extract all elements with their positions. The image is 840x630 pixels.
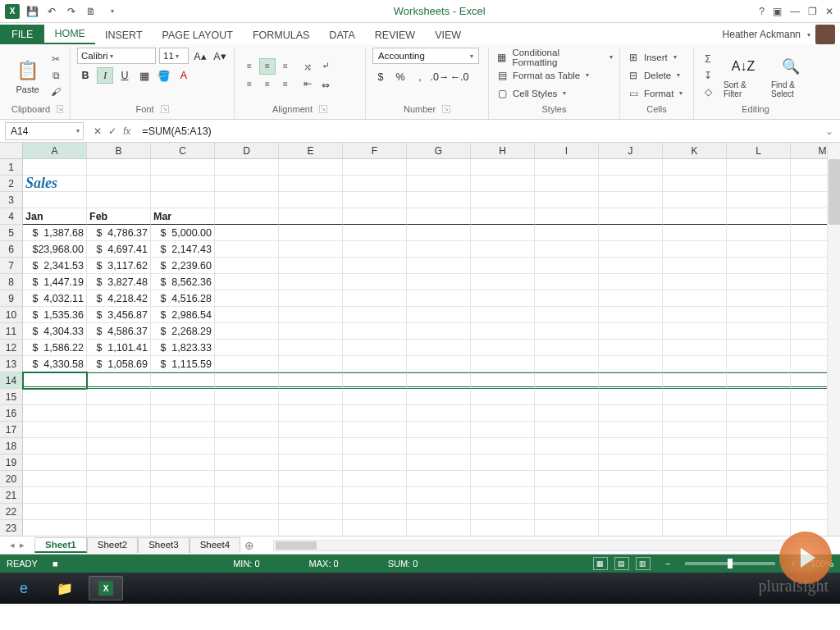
column-header[interactable]: C	[151, 143, 215, 159]
cell[interactable]	[279, 192, 343, 208]
cell[interactable]	[343, 307, 407, 323]
launcher-icon[interactable]: ↘	[319, 105, 327, 113]
close-icon[interactable]: ✕	[825, 6, 833, 17]
row-header[interactable]: 3	[0, 192, 23, 208]
cell[interactable]	[279, 290, 343, 307]
row-header[interactable]: 9	[0, 290, 23, 307]
cell[interactable]: $ 1,387.68	[23, 225, 87, 241]
row-header[interactable]: 15	[0, 389, 23, 405]
fill-icon[interactable]: ↧	[701, 69, 715, 82]
normal-view-icon[interactable]: ▦	[593, 557, 608, 570]
horizontal-scrollbar[interactable]	[273, 540, 825, 551]
cell[interactable]: $ 4,032.11	[23, 290, 87, 307]
cell[interactable]	[663, 274, 727, 290]
cell[interactable]	[343, 176, 407, 192]
cell[interactable]	[727, 290, 791, 307]
cell[interactable]	[599, 454, 663, 471]
cell[interactable]	[343, 438, 407, 454]
cell[interactable]	[343, 487, 407, 504]
wrap-text-button[interactable]: ⤶	[322, 57, 330, 74]
cell[interactable]	[215, 438, 279, 454]
cell[interactable]	[663, 225, 727, 241]
cell[interactable]	[599, 389, 663, 405]
format-painter-icon[interactable]: 🖌	[48, 85, 63, 98]
cell[interactable]	[151, 471, 215, 487]
select-all-triangle[interactable]	[0, 143, 23, 159]
cell[interactable]	[215, 192, 279, 208]
cell[interactable]	[727, 176, 791, 192]
row-header[interactable]: 10	[0, 307, 23, 323]
cell[interactable]	[151, 389, 215, 405]
cell[interactable]: $ 1,058.69	[87, 356, 151, 372]
cell[interactable]	[215, 340, 279, 356]
cell[interactable]	[343, 192, 407, 208]
cell[interactable]	[663, 454, 727, 471]
cell[interactable]	[663, 471, 727, 487]
cell[interactable]	[599, 356, 663, 372]
cell[interactable]	[535, 438, 599, 454]
cell[interactable]	[279, 176, 343, 192]
cell[interactable]	[407, 372, 471, 389]
cell[interactable]	[599, 372, 663, 389]
cell[interactable]: $ 3,456.87	[87, 307, 151, 323]
cell[interactable]: $ 1,586.22	[23, 340, 87, 356]
cell[interactable]	[471, 405, 535, 422]
align-center-icon[interactable]: ≡	[259, 76, 276, 93]
cell[interactable]	[279, 405, 343, 422]
cell[interactable]	[23, 454, 87, 471]
cell[interactable]	[343, 290, 407, 307]
cell[interactable]	[535, 372, 599, 389]
tab-file[interactable]: FILE	[0, 25, 44, 44]
cell[interactable]	[151, 504, 215, 520]
cell[interactable]: $ 1,823.33	[151, 340, 215, 356]
cell[interactable]: $ 2,239.60	[151, 258, 215, 274]
merge-center-button[interactable]: ⇔	[322, 77, 330, 94]
cell[interactable]	[343, 274, 407, 290]
cell[interactable]: $ 1,101.41	[87, 340, 151, 356]
cell[interactable]	[215, 487, 279, 504]
cell[interactable]	[727, 208, 791, 225]
cell[interactable]	[727, 454, 791, 471]
cell[interactable]	[215, 258, 279, 274]
cell[interactable]	[535, 323, 599, 340]
sort-filter-button[interactable]: A↓Z Sort & Filter	[724, 52, 763, 98]
cell[interactable]	[343, 389, 407, 405]
cell[interactable]	[407, 504, 471, 520]
cell[interactable]: $ 3,827.48	[87, 274, 151, 290]
cell[interactable]	[663, 307, 727, 323]
cell[interactable]	[343, 159, 407, 176]
currency-icon[interactable]: $	[372, 69, 389, 85]
cell[interactable]	[599, 258, 663, 274]
increase-decimal-icon[interactable]: .0→	[431, 69, 448, 85]
cell[interactable]	[535, 290, 599, 307]
cell[interactable]	[343, 340, 407, 356]
cell[interactable]	[471, 274, 535, 290]
cell[interactable]	[23, 422, 87, 438]
row-header[interactable]: 20	[0, 471, 23, 487]
cell[interactable]	[343, 520, 407, 536]
cell[interactable]	[279, 520, 343, 536]
align-top-icon[interactable]: ≡	[241, 58, 258, 75]
save-icon[interactable]: 💾	[25, 4, 39, 19]
cell[interactable]	[471, 192, 535, 208]
cell[interactable]	[727, 307, 791, 323]
cell[interactable]	[727, 487, 791, 504]
tab-page-layout[interactable]: PAGE LAYOUT	[153, 26, 243, 44]
row-header[interactable]: 14	[0, 372, 23, 389]
sheet-tab-1[interactable]: Sheet1	[34, 537, 87, 553]
launcher-icon[interactable]: ↘	[57, 105, 63, 113]
cell[interactable]	[599, 405, 663, 422]
conditional-formatting-button[interactable]: ▦Conditional Formatting▾	[495, 49, 613, 66]
cell[interactable]	[87, 504, 151, 520]
cell[interactable]	[407, 454, 471, 471]
cell[interactable]	[151, 192, 215, 208]
column-header[interactable]: G	[407, 143, 471, 159]
cell[interactable]	[599, 487, 663, 504]
row-header[interactable]: 18	[0, 438, 23, 454]
vertical-scrollbar[interactable]	[827, 143, 840, 536]
cell[interactable]: $ 2,341.53	[23, 258, 87, 274]
cell[interactable]	[343, 208, 407, 225]
column-header[interactable]: D	[215, 143, 279, 159]
cell[interactable]	[599, 192, 663, 208]
row-header[interactable]: 16	[0, 405, 23, 422]
